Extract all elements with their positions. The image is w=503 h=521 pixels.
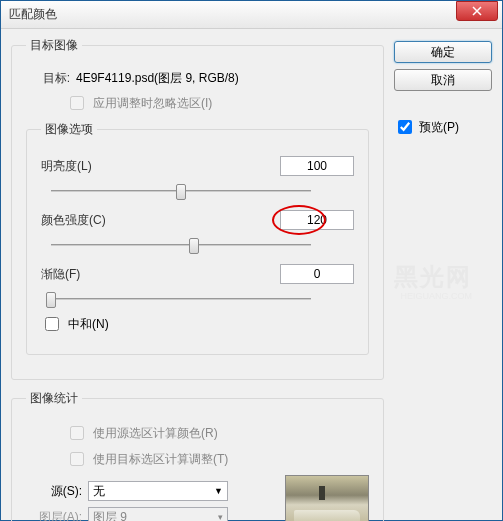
color-intensity-slider[interactable] — [51, 244, 311, 246]
use-source-selection-label: 使用源选区计算颜色(R) — [93, 425, 218, 442]
luminance-input[interactable] — [280, 156, 354, 176]
target-image-group: 目标图像 目标: 4E9F4119.psd(图层 9, RGB/8) 应用调整时… — [11, 37, 384, 380]
use-target-selection-label: 使用目标选区计算调整(T) — [93, 451, 228, 468]
chevron-down-icon: ▾ — [218, 512, 223, 521]
layer-select: 图层 9 ▾ — [88, 507, 228, 521]
color-intensity-label: 颜色强度(C) — [41, 212, 141, 229]
color-intensity-input[interactable] — [280, 210, 354, 230]
thumbnail-image — [286, 476, 368, 521]
preview-checkbox[interactable] — [398, 120, 412, 134]
left-column: 目标图像 目标: 4E9F4119.psd(图层 9, RGB/8) 应用调整时… — [11, 37, 384, 521]
image-stats-group: 图像统计 使用源选区计算颜色(R) 使用目标选区计算调整(T) 源(S): 无 — [11, 390, 384, 521]
use-source-selection-checkbox[interactable] — [70, 426, 84, 440]
layer-value: 图层 9 — [93, 509, 127, 522]
ignore-selection-label: 应用调整时忽略选区(I) — [93, 95, 212, 112]
source-select[interactable]: 无 ▼ — [88, 481, 228, 501]
luminance-slider[interactable] — [51, 190, 311, 192]
preview-label: 预览(P) — [419, 119, 459, 136]
fade-slider[interactable] — [51, 298, 311, 300]
close-button[interactable] — [456, 1, 498, 21]
source-value: 无 — [93, 483, 105, 500]
dialog-body: 目标图像 目标: 4E9F4119.psd(图层 9, RGB/8) 应用调整时… — [1, 29, 502, 521]
neutralize-checkbox[interactable] — [45, 317, 59, 331]
preview-thumbnail — [285, 475, 369, 521]
layer-label: 图层(A): — [26, 509, 82, 522]
target-image-legend: 目标图像 — [26, 37, 82, 54]
window-title: 匹配颜色 — [9, 6, 456, 23]
image-stats-legend: 图像统计 — [26, 390, 82, 407]
cancel-button[interactable]: 取消 — [394, 69, 492, 91]
titlebar: 匹配颜色 — [1, 1, 502, 29]
fade-input[interactable] — [280, 264, 354, 284]
image-options-legend: 图像选项 — [41, 121, 97, 138]
right-column: 确定 取消 预览(P) — [394, 37, 492, 521]
close-icon — [472, 6, 482, 16]
ignore-selection-checkbox[interactable] — [70, 96, 84, 110]
match-color-dialog: 匹配颜色 目标图像 目标: 4E9F4119.psd(图层 9, RGB/8) … — [0, 0, 503, 521]
image-options-group: 图像选项 明亮度(L) 颜色强度(C) 渐隐(F) — [26, 121, 369, 355]
source-label: 源(S): — [26, 483, 82, 500]
luminance-label: 明亮度(L) — [41, 158, 141, 175]
target-value: 4E9F4119.psd(图层 9, RGB/8) — [76, 70, 239, 87]
ok-button[interactable]: 确定 — [394, 41, 492, 63]
fade-label: 渐隐(F) — [41, 266, 141, 283]
target-label: 目标: — [26, 70, 70, 87]
chevron-down-icon: ▼ — [214, 486, 223, 496]
use-target-selection-checkbox[interactable] — [70, 452, 84, 466]
neutralize-label: 中和(N) — [68, 316, 109, 333]
